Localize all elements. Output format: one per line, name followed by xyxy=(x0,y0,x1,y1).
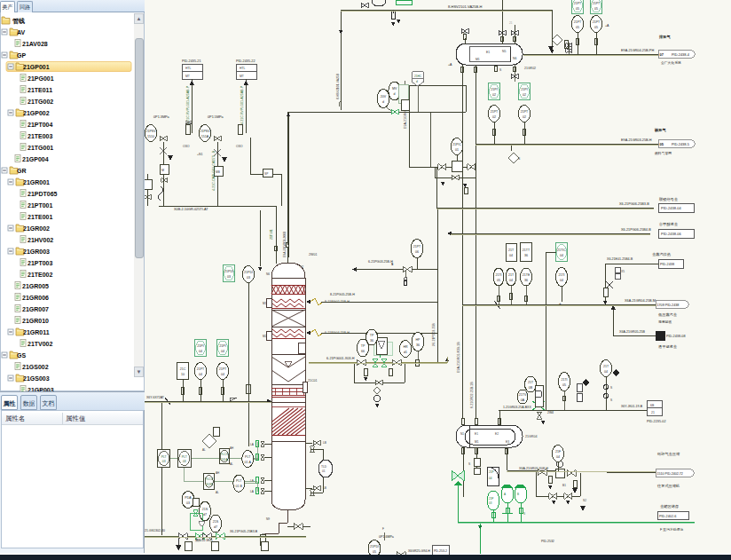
svg-text:AH: AH xyxy=(216,471,219,475)
svg-text:04: 04 xyxy=(604,370,608,374)
svg-text:21PT: 21PT xyxy=(491,110,499,114)
svg-text:N6: N6 xyxy=(266,272,270,276)
svg-text:4-21C-CAPLG01-CA25TL-B: 4-21C-CAPLG01-CA25TL-B xyxy=(212,150,216,191)
svg-text:21P: 21P xyxy=(489,497,493,501)
svg-text:N1: N1 xyxy=(463,32,467,35)
svg-text:01 A: 01 A xyxy=(245,461,252,464)
svg-text:PID-2532: PID-2532 xyxy=(541,540,554,543)
svg-text:X6Y-JK01-19-B: X6Y-JK01-19-B xyxy=(621,405,643,408)
svg-text:N9: N9 xyxy=(266,517,270,521)
svg-text:X6-21PG03-25B: X6-21PG03-25B xyxy=(432,323,436,346)
svg-text:21HV002: 21HV002 xyxy=(28,237,53,243)
svg-text:21GP001: 21GP001 xyxy=(23,64,50,70)
svg-text:01: 01 xyxy=(455,148,459,152)
svg-text:21AV028: 21AV028 xyxy=(22,41,48,47)
svg-text:21PI: 21PI xyxy=(219,344,225,348)
svg-text:S2: S2 xyxy=(583,499,586,502)
svg-text:E9A-21GR04-25B-PH: E9A-21GR04-25B-PH xyxy=(621,49,654,52)
svg-text:21TT: 21TT xyxy=(523,248,531,252)
svg-text:0B: 0B xyxy=(529,386,533,390)
svg-text:21GR02: 21GR02 xyxy=(524,67,536,70)
svg-text:4-21C-RVPLG01-A25AB-P: 4-21C-RVPLG01-A25AB-P xyxy=(240,85,244,124)
svg-text:21T: 21T xyxy=(603,365,609,368)
svg-text:21: 21 xyxy=(509,21,513,25)
svg-text:E1: E1 xyxy=(486,51,490,54)
svg-text:21PT: 21PT xyxy=(593,2,601,5)
svg-text:X6GR25-G94-H: X6GR25-G94-H xyxy=(408,549,430,553)
svg-text:F 至污水处理场: F 至污水处理场 xyxy=(660,527,683,532)
svg-text:20V: 20V xyxy=(381,95,387,99)
svg-text:X6A-21GR04-25B-M: X6A-21GR04-25B-M xyxy=(625,299,656,303)
svg-text:AH: AH xyxy=(230,446,233,450)
svg-text:21PDI: 21PDI xyxy=(224,270,233,273)
svg-text:8-HSV2101-VA25B-H: 8-HSV2101-VA25B-H xyxy=(448,4,483,9)
svg-text:03: 03 xyxy=(162,460,166,463)
svg-text:去蒸汽伴热: 去蒸汽伴热 xyxy=(652,252,672,256)
svg-text:联锁信号去: 联锁信号去 xyxy=(659,197,679,201)
svg-text:PD-253-2: PD-253-2 xyxy=(434,549,447,553)
svg-text:10: 10 xyxy=(181,373,185,376)
svg-text:SP: SP xyxy=(264,172,268,176)
svg-text:F: F xyxy=(382,527,384,531)
svg-text:04: 04 xyxy=(560,279,563,282)
svg-text:21TI-01: 21TI-01 xyxy=(270,229,273,240)
svg-text:PLT: PLT xyxy=(245,455,251,459)
svg-text:HP: HP xyxy=(416,338,421,342)
svg-text:03: 03 xyxy=(186,501,190,505)
svg-text:05: 05 xyxy=(373,550,376,554)
svg-text:O3O: O3O xyxy=(183,145,190,148)
svg-text:X5: X5 xyxy=(621,270,625,273)
svg-text:E1: E1 xyxy=(475,432,478,436)
svg-text:21T: 21T xyxy=(528,381,534,384)
svg-text:21HC: 21HC xyxy=(414,75,422,78)
svg-text:0P1.3MPa: 0P1.3MPa xyxy=(153,115,170,119)
svg-text:21GP004: 21GP004 xyxy=(22,156,49,162)
svg-text:MT: MT xyxy=(240,75,244,78)
svg-text:2W01: 2W01 xyxy=(309,253,317,256)
svg-text:03: 03 xyxy=(489,501,492,505)
svg-text:03: 03 xyxy=(227,275,231,279)
svg-text:S: S xyxy=(518,157,521,161)
svg-text:151A: 151A xyxy=(201,135,209,138)
svg-text:05: 05 xyxy=(594,7,598,11)
svg-text:21PSV: 21PSV xyxy=(145,130,156,133)
svg-text:21S: 21S xyxy=(202,508,208,511)
svg-text:1-21GR03-25A-BXX: 1-21GR03-25A-BXX xyxy=(503,406,531,409)
svg-text:PLCV: PLCV xyxy=(220,453,229,456)
svg-text:凝液回收: 凝液回收 xyxy=(658,319,672,324)
svg-text:21PT: 21PT xyxy=(521,110,529,114)
svg-text:05: 05 xyxy=(576,7,579,11)
svg-text:B: B xyxy=(517,493,519,496)
svg-text:TLD: TLD xyxy=(321,465,327,469)
svg-text:排放气: 排放气 xyxy=(658,35,671,39)
svg-text:21GP002: 21GP002 xyxy=(23,110,50,116)
svg-text:21PT001: 21PT001 xyxy=(28,202,53,209)
svg-text:0P1.5MPa: 0P1.5MPa xyxy=(208,115,224,119)
svg-text:B1: B1 xyxy=(562,484,566,487)
svg-text:d: d xyxy=(394,92,396,96)
svg-text:36: 36 xyxy=(370,339,373,343)
svg-text:X6-21PG06-25B3-B: X6-21PG06-25B3-B xyxy=(619,202,649,206)
svg-text:AV: AV xyxy=(17,29,26,35)
svg-text:02: 02 xyxy=(492,115,496,119)
svg-text:04: 04 xyxy=(560,254,563,257)
svg-text:02: 02 xyxy=(492,93,496,97)
svg-text:全厂火炬系统: 全厂火炬系统 xyxy=(661,60,681,65)
svg-text:8-21PG05-25B-H: 8-21PG05-25B-H xyxy=(330,293,355,296)
svg-text:PID-2438-5: PID-2438-5 xyxy=(672,142,689,146)
svg-text:21PDT065: 21PDT065 xyxy=(28,191,58,197)
svg-text:驰放气: 驰放气 xyxy=(654,128,666,133)
svg-text:36: 36 xyxy=(524,279,528,282)
svg-text:6B: 6B xyxy=(650,404,655,407)
svg-text:21TIC: 21TIC xyxy=(557,248,566,252)
svg-text:21PT: 21PT xyxy=(219,367,227,371)
svg-text:21-GS1302-40: 21-GS1302-40 xyxy=(145,529,165,532)
svg-text:21GR010: 21GR010 xyxy=(22,318,49,324)
svg-text:21: 21 xyxy=(651,411,655,414)
svg-text:N6: N6 xyxy=(513,57,516,60)
svg-text:6-21GR02-25B-1B: 6-21GR02-25B-1B xyxy=(470,382,474,408)
svg-text:21PT: 21PT xyxy=(197,367,205,371)
svg-text:21GS003: 21GS003 xyxy=(23,375,50,382)
svg-text:S: S xyxy=(391,263,394,266)
svg-text:PID-2438: PID-2438 xyxy=(660,263,674,266)
